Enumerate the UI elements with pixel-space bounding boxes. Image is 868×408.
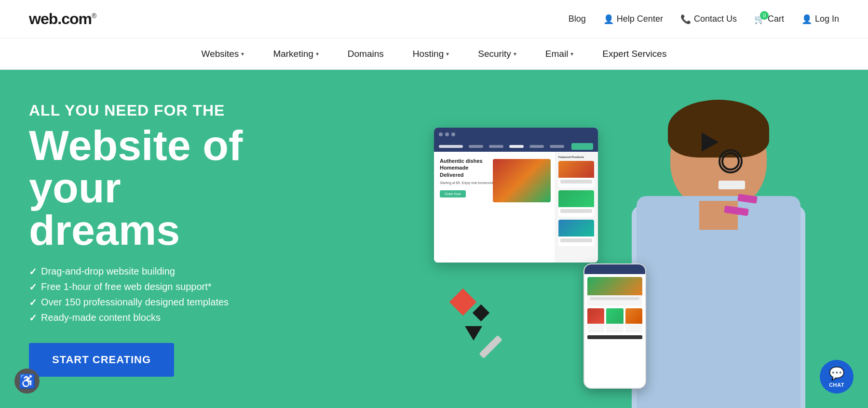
hero-section: ALL YOU NEED FOR THE Website of your dre…: [0, 70, 868, 408]
phone-product-img: [587, 277, 642, 295]
mockup-product-text-1: [560, 180, 592, 184]
mockup-product-text-3: [560, 238, 592, 242]
mockup-nav-item-3: [509, 145, 524, 148]
hero-feature-2: Free 1-hour of free web design support*: [29, 281, 338, 293]
mockup-product-2: [558, 190, 594, 217]
hero-features: Drag-and-drop website building Free 1-ho…: [29, 266, 338, 324]
mockup-nav-item-5: [550, 145, 564, 148]
mockup-product-3: [558, 220, 594, 246]
main-nav: Websites ▾ Marketing ▾ Domains Hosting ▾…: [0, 39, 868, 70]
nav-security[interactable]: Security ▾: [478, 49, 516, 59]
chat-button[interactable]: 💬 CHAT: [820, 360, 854, 394]
hero-feature-1: Drag-and-drop website building: [29, 266, 338, 277]
phone-body: [584, 274, 645, 342]
nav-websites[interactable]: Websites ▾: [202, 49, 244, 59]
mockup-content: Authentic dishesHomemadeDelivered Starti…: [434, 152, 598, 263]
hero-content: ALL YOU NEED FOR THE Website of your dre…: [0, 102, 338, 377]
website-mockup: Authentic dishesHomemadeDelivered Starti…: [434, 128, 598, 263]
mockup-nav-cta: [571, 143, 593, 150]
nav-expert-services[interactable]: Expert Services: [602, 49, 666, 59]
phone-product-sm-img-2: [606, 308, 623, 324]
mockup-nav-item-1: [469, 145, 483, 148]
mockup-nav-item-4: [529, 145, 544, 148]
phone-mockup: [583, 263, 646, 389]
person-icon: 👤: [603, 14, 614, 25]
mockup-sidebar: Featured Products: [555, 152, 598, 263]
cart-count: 0: [760, 11, 769, 20]
phone-header: [584, 264, 645, 274]
phone-product-sm-3: [625, 308, 642, 332]
chat-icon: 💬: [829, 366, 844, 381]
nav-email[interactable]: Email ▾: [545, 49, 574, 59]
phone-product-sm-2: [606, 308, 623, 332]
diamond-decoration: [449, 289, 477, 316]
chat-label: CHAT: [829, 382, 844, 388]
mockup-product-img-2: [558, 190, 594, 207]
cart-link[interactable]: 🛒 0 Cart: [754, 14, 784, 25]
phone-main-product: [587, 277, 642, 306]
logo-text: web.com: [29, 10, 92, 27]
mockup-nav-item-2: [489, 145, 503, 148]
chevron-down-icon: ▾: [241, 51, 244, 57]
top-bar: web.com® Blog 👤 Help Center 📞 Contact Us…: [0, 0, 868, 39]
mockup-dot-2: [445, 132, 449, 136]
chevron-down-icon: ▾: [570, 51, 573, 57]
mockup-featured-label: Featured Products: [558, 156, 594, 158]
diamond-sm-decoration: [473, 304, 489, 321]
help-center-link[interactable]: 👤 Help Center: [603, 14, 663, 25]
mockup-navbar: [434, 141, 598, 152]
nav-hosting[interactable]: Hosting ▾: [413, 49, 449, 59]
phone-product-row: [587, 308, 642, 332]
hero-title: Website of your dreams: [29, 124, 338, 251]
user-circle-icon: 👤: [801, 14, 812, 25]
chevron-down-icon: ▾: [514, 51, 516, 57]
mockup-product-img-1: [558, 161, 594, 178]
mockup-product-1: [558, 161, 594, 187]
mockup-dot-1: [439, 132, 443, 136]
mockup-product-text-2: [560, 209, 592, 213]
phone-cta-bar: [587, 335, 642, 339]
rect1-decoration: [719, 181, 745, 189]
mockup-product-img-3: [558, 220, 594, 237]
contact-us-link[interactable]: 📞 Contact Us: [680, 14, 737, 25]
mockup-titlebar: [434, 128, 598, 141]
logo[interactable]: web.com®: [29, 10, 96, 28]
nav-domains[interactable]: Domains: [348, 49, 384, 59]
phone-product-sm-img-3: [625, 308, 642, 324]
mockup-order-btn: Order Now: [440, 190, 466, 197]
blog-link[interactable]: Blog: [569, 14, 586, 24]
mockup-main-content: Authentic dishesHomemadeDelivered Starti…: [434, 152, 555, 263]
login-button[interactable]: 👤 Log In: [801, 14, 839, 25]
arrow-down-decoration: [465, 326, 482, 341]
mockup-nav-logo: [439, 145, 463, 148]
accessibility-icon: ♿: [19, 373, 36, 389]
mockup-food-image: [493, 159, 551, 202]
target-decoration: [719, 149, 743, 173]
cart-badge: 🛒 0: [754, 14, 765, 25]
phone-product-text: [590, 297, 639, 300]
hero-feature-3: Over 150 professionally designed templat…: [29, 297, 338, 308]
chevron-down-icon: ▾: [316, 51, 319, 57]
person-hair: [668, 100, 769, 158]
top-nav: Blog 👤 Help Center 📞 Contact Us 🛒 0 Cart…: [569, 14, 839, 25]
phone-product-sm-img-1: [587, 308, 604, 324]
person-neck: [699, 201, 738, 230]
arrow-right-decoration: [702, 132, 719, 152]
phone-product-sm-1: [587, 308, 604, 332]
line-decoration: [479, 335, 502, 359]
phone-icon: 📞: [680, 14, 691, 25]
hero-subtitle: ALL YOU NEED FOR THE: [29, 102, 338, 119]
start-creating-button[interactable]: START CREATING: [29, 343, 174, 377]
nav-marketing[interactable]: Marketing ▾: [273, 49, 318, 59]
mockup-dot-3: [451, 132, 455, 136]
chevron-down-icon: ▾: [446, 51, 449, 57]
accessibility-button[interactable]: ♿: [14, 369, 40, 394]
logo-trademark: ®: [92, 12, 96, 20]
hero-feature-4: Ready-made content blocks: [29, 312, 338, 324]
